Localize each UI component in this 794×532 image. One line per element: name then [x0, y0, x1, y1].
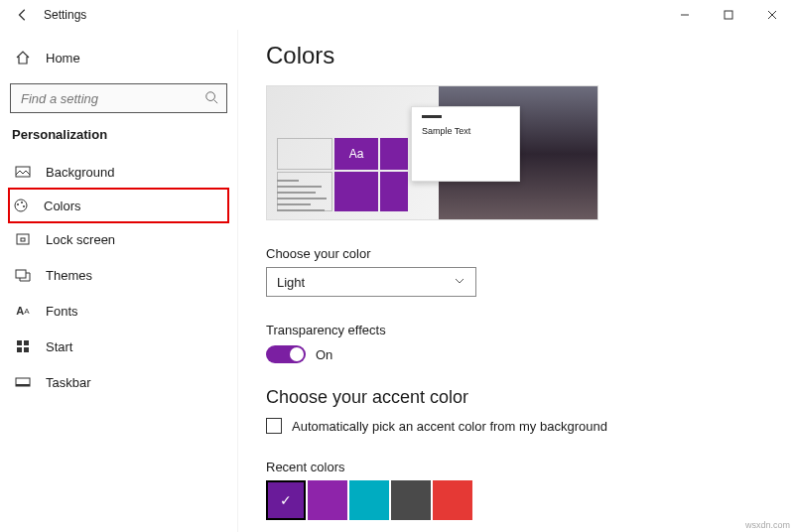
- svg-point-9: [21, 201, 23, 203]
- sidebar-home[interactable]: Home: [10, 40, 227, 75]
- choose-color-select[interactable]: Light: [266, 267, 476, 297]
- transparency-toggle[interactable]: [266, 345, 306, 363]
- sidebar-item-label: Colors: [44, 199, 81, 213]
- sidebar-home-label: Home: [46, 51, 80, 66]
- svg-rect-17: [24, 347, 29, 352]
- sidebar-item-taskbar[interactable]: Taskbar: [10, 364, 227, 400]
- accent-color-heading: Choose your accent color: [266, 387, 794, 408]
- transparency-value: On: [316, 347, 332, 362]
- choose-color-value: Light: [277, 275, 305, 290]
- palette-icon: [12, 197, 30, 214]
- preview-doc-lines: [277, 142, 332, 213]
- chevron-down-icon: [454, 275, 465, 290]
- sidebar-item-colors[interactable]: Colors: [8, 188, 229, 223]
- search-box[interactable]: [10, 83, 227, 113]
- sidebar-item-label: Themes: [46, 268, 92, 283]
- back-button[interactable]: [8, 0, 38, 30]
- sidebar-item-themes[interactable]: Themes: [10, 257, 227, 293]
- sidebar-item-label: Taskbar: [46, 375, 91, 390]
- taskbar-icon: [14, 373, 32, 391]
- preview-tile-aa: Aa: [334, 138, 378, 170]
- svg-rect-19: [16, 384, 30, 386]
- sidebar-item-label: Lock screen: [46, 232, 115, 247]
- sidebar-item-background[interactable]: Background: [10, 154, 227, 190]
- maximize-button[interactable]: [707, 0, 750, 30]
- sidebar-item-start[interactable]: Start: [10, 329, 227, 364]
- color-swatch[interactable]: [433, 480, 472, 520]
- search-input[interactable]: [19, 90, 204, 107]
- recent-colors-label: Recent colors: [266, 460, 794, 474]
- svg-rect-15: [24, 340, 29, 345]
- color-swatch[interactable]: [266, 480, 306, 520]
- fonts-icon: AA: [14, 302, 32, 320]
- svg-point-10: [23, 205, 25, 207]
- sidebar-item-fonts[interactable]: AA Fonts: [10, 293, 227, 329]
- svg-point-8: [17, 203, 19, 205]
- color-preview: Aa Sample Text: [266, 85, 598, 220]
- main-content: Colors Aa Sample Text Choose your color: [238, 30, 794, 532]
- app-title: Settings: [44, 8, 86, 22]
- recent-colors-swatches: [266, 480, 794, 520]
- page-title: Colors: [266, 42, 794, 69]
- svg-point-4: [206, 91, 215, 100]
- sidebar-item-label: Background: [46, 165, 114, 180]
- svg-rect-1: [725, 11, 732, 19]
- svg-rect-14: [17, 340, 22, 345]
- lock-icon: [14, 230, 32, 248]
- title-bar: Settings: [0, 0, 794, 30]
- sidebar-item-label: Start: [46, 339, 72, 354]
- close-button[interactable]: [750, 0, 794, 30]
- sidebar-item-lockscreen[interactable]: Lock screen: [10, 221, 227, 257]
- auto-pick-checkbox[interactable]: [266, 418, 282, 434]
- sidebar: Home Personalization Background Colors L…: [0, 30, 238, 532]
- preview-sample-card: Sample Text: [411, 106, 520, 182]
- svg-rect-16: [17, 347, 22, 352]
- svg-point-7: [15, 200, 27, 211]
- auto-pick-label: Automatically pick an accent color from …: [292, 419, 607, 434]
- color-swatch[interactable]: [308, 480, 347, 520]
- svg-rect-6: [16, 167, 30, 177]
- color-swatch[interactable]: [391, 480, 431, 520]
- preview-sample-text: Sample Text: [422, 126, 470, 136]
- themes-icon: [14, 266, 32, 284]
- picture-icon: [14, 163, 32, 181]
- sidebar-item-label: Fonts: [46, 304, 78, 319]
- choose-color-label: Choose your color: [266, 246, 794, 261]
- svg-rect-12: [21, 238, 25, 241]
- search-icon: [204, 90, 218, 107]
- color-swatch[interactable]: [349, 480, 389, 520]
- transparency-label: Transparency effects: [266, 323, 794, 337]
- svg-rect-13: [16, 270, 26, 278]
- watermark: wsxdn.com: [745, 520, 790, 530]
- home-icon: [14, 49, 32, 66]
- start-icon: [14, 337, 32, 355]
- sidebar-section-header: Personalization: [12, 127, 227, 142]
- svg-line-5: [214, 99, 218, 103]
- minimize-button[interactable]: [663, 0, 707, 30]
- svg-rect-11: [17, 234, 29, 244]
